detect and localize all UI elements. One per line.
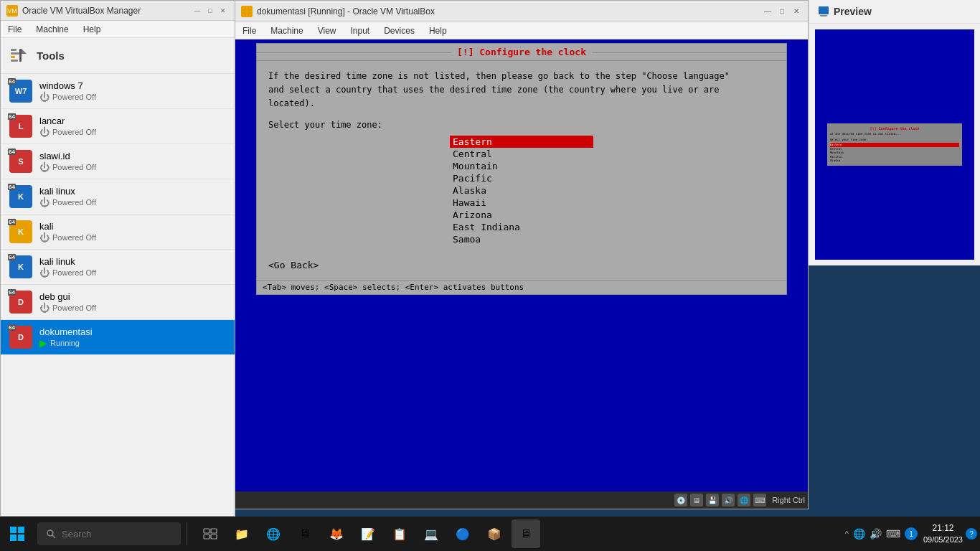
vm-status-icon-lancar: ⏻ (39, 126, 50, 138)
menu-help[interactable]: Help (79, 23, 105, 36)
tray-keyboard-icon[interactable]: ⌨ (886, 528, 900, 540)
chrome-button[interactable]: 🔵 (448, 519, 477, 548)
svg-rect-6 (819, 6, 829, 14)
vm-window-icon (241, 6, 253, 17)
taskview-button[interactable] (196, 519, 225, 548)
svg-rect-17 (211, 534, 217, 539)
close-button[interactable]: ✕ (217, 5, 229, 17)
vm-titlebar[interactable]: dokumentasi [Running] - Oracle VM Virtua… (235, 1, 808, 22)
vm-status-windows7: ⏻ Powered Off (39, 91, 226, 103)
preview-title: Preview (809, 0, 980, 24)
vm-maximize-button[interactable]: □ (776, 6, 788, 17)
virtualbox-button[interactable]: 🖥 (512, 519, 540, 548)
vm-icon-64-label: 64 (8, 289, 16, 296)
vm-status-kali-linuk: ⏻ Powered Off (39, 267, 226, 278)
usb-icon[interactable]: 💾 (706, 494, 719, 507)
firefox-button[interactable]: 🦊 (322, 519, 351, 548)
svg-rect-15 (211, 529, 217, 533)
show-desktop-button[interactable]: ? (963, 517, 980, 551)
menu-file[interactable]: File (4, 23, 26, 36)
taskbar-clock[interactable]: 21:12 09/05/2023 (923, 522, 963, 545)
vm-name-dokumentasi: dokumentasi (39, 326, 226, 337)
timezone-item-mountain[interactable]: Mountain (450, 160, 593, 172)
system-tray: ^ 🌐 🔊 ⌨ 1 (845, 527, 918, 540)
vm-item-deb-gui[interactable]: 64 D deb gui ⏻ Powered Off (1, 285, 235, 320)
file-explorer-button[interactable]: 📁 (227, 519, 256, 548)
vm-close-button[interactable]: ✕ (791, 6, 802, 17)
timezone-item-central[interactable]: Central (450, 148, 593, 160)
terminal-button[interactable]: 🖥 (291, 519, 319, 548)
vm-item-lancar[interactable]: 64 L lancar ⏻ Powered Off (1, 109, 235, 144)
notes-button[interactable]: 📝 (354, 519, 382, 548)
vm-item-kali-linuk[interactable]: 64 K kali linuk ⏻ Powered Off (1, 250, 235, 285)
search-input[interactable] (62, 529, 155, 540)
timezone-item-east-indiana[interactable]: East Indiana (450, 221, 593, 233)
vm-info-deb-gui: deb gui ⏻ Powered Off (39, 291, 226, 314)
vscode-button[interactable]: 💻 (417, 519, 446, 548)
vm-item-kali-linux[interactable]: 64 K kali linux ⏻ Powered Off (1, 179, 235, 215)
timezone-item-eastern[interactable]: Eastern (450, 136, 593, 148)
vm-menu-help[interactable]: Help (425, 24, 451, 37)
svg-rect-2 (11, 56, 15, 58)
notification-badge[interactable]: 1 (905, 527, 918, 540)
vm-info-windows7: windows 7 ⏻ Powered Off (39, 80, 226, 103)
vm-menu-file[interactable]: File (238, 24, 260, 37)
cd-icon[interactable]: 💿 (674, 494, 687, 507)
minimize-button[interactable]: — (192, 5, 203, 17)
maximize-button[interactable]: □ (204, 5, 216, 17)
network-icon[interactable]: 🌐 (738, 494, 750, 507)
box-button[interactable]: 📦 (480, 519, 509, 548)
vm-icon-64-label: 64 (8, 184, 16, 190)
tray-chevron[interactable]: ^ (845, 529, 849, 538)
vm-menu-devices[interactable]: Devices (380, 24, 419, 37)
timezone-list: EasternCentralMountainPacificAlaskaHawai… (450, 136, 593, 245)
vbox-manager-title: Oracle VM VirtualBox Manager (22, 6, 187, 16)
timezone-item-pacific[interactable]: Pacific (450, 172, 593, 184)
vm-item-slawi[interactable]: 64 S slawi.id ⏻ Powered Off (1, 144, 235, 179)
status-bar: <Tab> moves; <Space> selects; <Enter> ac… (257, 280, 786, 294)
timezone-item-arizona[interactable]: Arizona (450, 209, 593, 221)
vm-icon-deb-gui: 64 D (9, 291, 32, 314)
vm-item-kali[interactable]: 64 K kali ⏻ Powered Off (1, 215, 235, 250)
timezone-item-samoa[interactable]: Samoa (450, 233, 593, 245)
help-icon[interactable]: ? (966, 528, 977, 540)
vm-icon-kali-linuk: 64 K (9, 255, 32, 278)
tray-sound-icon[interactable]: 🔊 (870, 528, 882, 540)
vm-info-kali: kali ⏻ Powered Off (39, 221, 226, 243)
vm-name-slawi: slawi.id (39, 151, 226, 161)
taskbar-search-box[interactable] (37, 522, 181, 545)
keyboard-icon[interactable]: ⌨ (753, 494, 766, 507)
taskbar: 📁 🌐 🖥 🦊 📝 📋 💻 🔵 📦 🖥 ^ 🌐 🔊 ⌨ 1 21:12 09/0… (0, 517, 980, 551)
desktop: VM Oracle VM VirtualBox Manager — □ ✕ Fi… (0, 0, 980, 551)
timezone-item-alaska[interactable]: Alaska (450, 184, 593, 197)
vm-minimize-button[interactable]: — (762, 6, 773, 17)
vm-status-icon-windows7: ⏻ (39, 91, 50, 103)
audio-icon[interactable]: 🔊 (722, 494, 735, 507)
preview-screen: [!] Configure the clock If the desired t… (815, 29, 974, 260)
vbox-manager-titlebar[interactable]: VM Oracle VM VirtualBox Manager — □ ✕ (1, 1, 235, 21)
vm-status-icon-kali-linuk: ⏻ (39, 267, 50, 278)
vm-icon-64-label: 64 (8, 254, 16, 260)
vm-menu-view[interactable]: View (314, 24, 341, 37)
vm-screen[interactable]: [!] Configure the clock If the desired t… (235, 39, 808, 491)
vm-menu-input[interactable]: Input (347, 24, 374, 37)
start-button[interactable] (0, 517, 34, 551)
preview-item-alaska: Alaska (830, 159, 960, 163)
vm-item-windows7[interactable]: 64 W7 windows 7 ⏻ Powered Off (1, 74, 235, 109)
vm-item-dokumentasi[interactable]: 64 D dokumentasi ▶ Running (1, 320, 235, 355)
display-icon[interactable]: 🖥 (690, 494, 703, 507)
tray-globe-icon[interactable]: 🌐 (853, 528, 865, 540)
go-back-button[interactable]: <Go Back> (268, 260, 319, 270)
vbox-manager-icon: VM (6, 5, 18, 17)
script-button[interactable]: 📋 (385, 519, 414, 548)
browser-button[interactable]: 🌐 (259, 519, 288, 548)
vm-menu-machine[interactable]: Machine (266, 24, 307, 37)
preview-mini-label: Select your time zone: (830, 138, 960, 141)
vbox-manager-controls: — □ ✕ (192, 5, 229, 17)
svg-rect-11 (18, 534, 24, 541)
timezone-item-hawaii[interactable]: Hawaii (450, 197, 593, 209)
svg-rect-8 (10, 527, 17, 533)
menu-machine[interactable]: Machine (32, 23, 72, 36)
svg-rect-16 (204, 534, 209, 539)
svg-rect-9 (18, 527, 24, 533)
